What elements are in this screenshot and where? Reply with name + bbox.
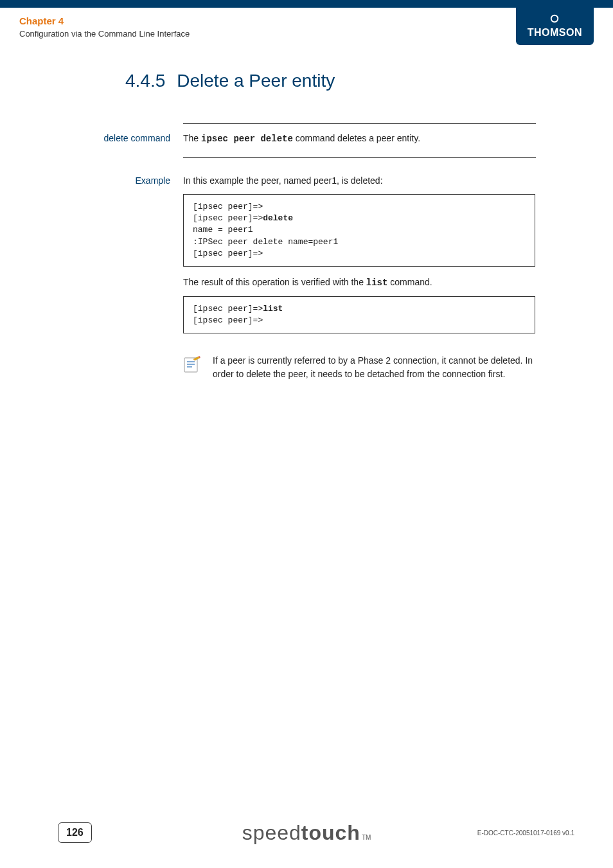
delete-command-row: delete command The ipsec peer delete com…	[0, 132, 536, 146]
content-wrapper: delete command The ipsec peer delete com…	[0, 123, 536, 381]
logo-touch: touch	[301, 821, 360, 845]
code-line-prefix: [ipsec peer]=>	[193, 304, 263, 314]
verify-prefix: The result of this operation is verified…	[183, 277, 366, 287]
chapter-subtitle: Configuration via the Command Line Inter…	[19, 29, 190, 39]
section-title-row: 4.4.5 Delete a Peer entity	[0, 71, 613, 91]
section-number: 4.4.5	[125, 71, 165, 91]
code-delete-cmd: delete	[263, 213, 293, 223]
logo-tm: TM	[362, 834, 371, 841]
code-line: :IPSec peer delete name=peer1	[193, 237, 338, 247]
delete-command-label: delete command	[0, 132, 183, 146]
code-block-1: [ipsec peer]=> [ipsec peer]=>delete name…	[183, 194, 535, 267]
document-reference: E-DOC-CTC-20051017-0169 v0.1	[477, 829, 574, 837]
logo-speed: speed	[242, 821, 301, 845]
example-row: Example In this example the peer, named …	[0, 174, 536, 342]
text-suffix: command deletes a peer entity.	[293, 133, 420, 143]
code-line-prefix: [ipsec peer]=>	[193, 213, 263, 223]
example-content: In this example the peer, named peer1, i…	[183, 174, 536, 342]
note-row: If a peer is currently referred to by a …	[183, 354, 536, 381]
main-content: 4.4.5 Delete a Peer entity delete comman…	[0, 45, 613, 381]
thomson-brand-text: THOMSON	[528, 27, 582, 39]
code-block-2: [ipsec peer]=>list [ipsec peer]=>	[183, 296, 535, 333]
page-number: 126	[58, 822, 92, 843]
list-command: list	[366, 278, 388, 288]
chapter-label: Chapter 4	[19, 15, 190, 26]
ipsec-command: ipsec peer delete	[201, 134, 293, 144]
section-title: Delete a Peer entity	[177, 71, 335, 91]
code-line: [ipsec peer]=>	[193, 249, 263, 258]
svg-point-0	[551, 15, 558, 22]
page-header: Chapter 4 Configuration via the Command …	[0, 8, 613, 45]
code-line: [ipsec peer]=>	[193, 315, 263, 325]
speedtouch-logo: speedtouchTM	[242, 821, 371, 845]
top-bar	[0, 0, 613, 8]
thomson-icon	[549, 13, 560, 24]
example-label: Example	[0, 174, 183, 342]
code-list-cmd: list	[263, 304, 283, 314]
thomson-logo: THOMSON	[516, 8, 594, 45]
verify-text: The result of this operation is verified…	[183, 276, 536, 290]
note-text: If a peer is currently referred to by a …	[213, 354, 536, 381]
text-prefix: The	[183, 133, 201, 143]
divider	[183, 123, 536, 124]
code-line: name = peer1	[193, 225, 253, 235]
delete-command-text: The ipsec peer delete command deletes a …	[183, 132, 536, 146]
divider	[183, 157, 536, 158]
example-intro: In this example the peer, named peer1, i…	[183, 174, 536, 188]
verify-suffix: command.	[387, 277, 432, 287]
code-line: [ipsec peer]=>	[193, 202, 263, 211]
header-left: Chapter 4 Configuration via the Command …	[19, 15, 190, 39]
note-icon	[183, 355, 201, 373]
page-footer: 126 speedtouchTM E-DOC-CTC-20051017-0169…	[0, 797, 613, 868]
